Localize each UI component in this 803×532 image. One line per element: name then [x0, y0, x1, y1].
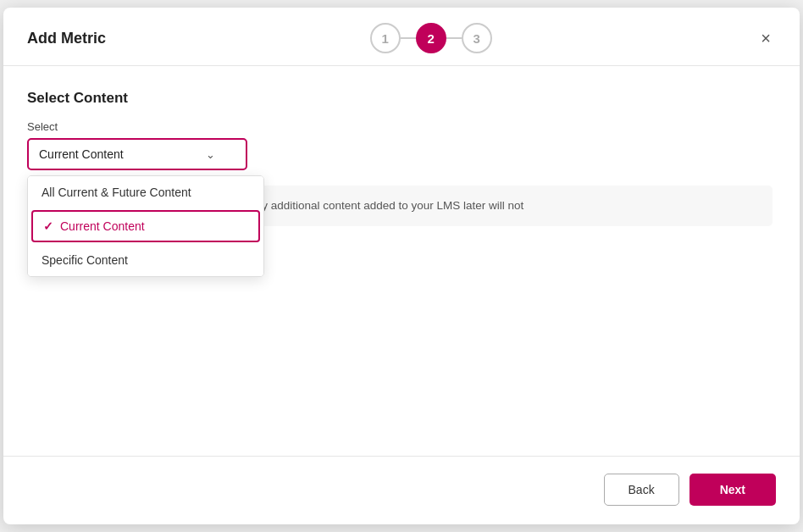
dropdown-item-current-label: Current Content — [60, 219, 145, 233]
step-3: 3 — [462, 23, 492, 53]
chevron-down-icon: ⌄ — [206, 148, 215, 161]
select-label: Select — [27, 120, 776, 133]
modal-footer: Back Next — [3, 456, 800, 524]
dropdown-item-current[interactable]: ✓ Current Content — [31, 210, 260, 242]
step-1: 1 — [370, 23, 401, 53]
step-2: 2 — [416, 23, 446, 53]
check-icon: ✓ — [43, 219, 53, 233]
stepper: 1 2 3 — [370, 23, 492, 53]
step-connector-2 — [446, 37, 462, 39]
modal-body: Select Content Select Current Content ⌄ … — [3, 66, 800, 456]
select-value: Current Content — [39, 147, 124, 161]
modal-header: Add Metric 1 2 3 × — [3, 8, 800, 66]
dropdown-menu: All Current & Future Content ✓ Current C… — [27, 175, 264, 277]
back-button[interactable]: Back — [604, 474, 679, 506]
dropdown-item-all[interactable]: All Current & Future Content — [28, 176, 263, 208]
section-title: Select Content — [27, 90, 776, 107]
next-button[interactable]: Next — [689, 474, 776, 506]
dropdown-item-specific-label: Specific Content — [42, 253, 128, 267]
close-button[interactable]: × — [756, 28, 776, 48]
add-metric-modal: Add Metric 1 2 3 × Select Content Select… — [3, 8, 800, 524]
dropdown-item-specific[interactable]: Specific Content — [28, 244, 263, 276]
select-wrapper: Current Content ⌄ All Current & Future C… — [27, 138, 247, 170]
step-connector-1 — [401, 37, 416, 39]
modal-title: Add Metric — [27, 30, 106, 47]
content-select[interactable]: Current Content ⌄ — [27, 138, 247, 170]
dropdown-item-all-label: All Current & Future Content — [42, 186, 191, 199]
